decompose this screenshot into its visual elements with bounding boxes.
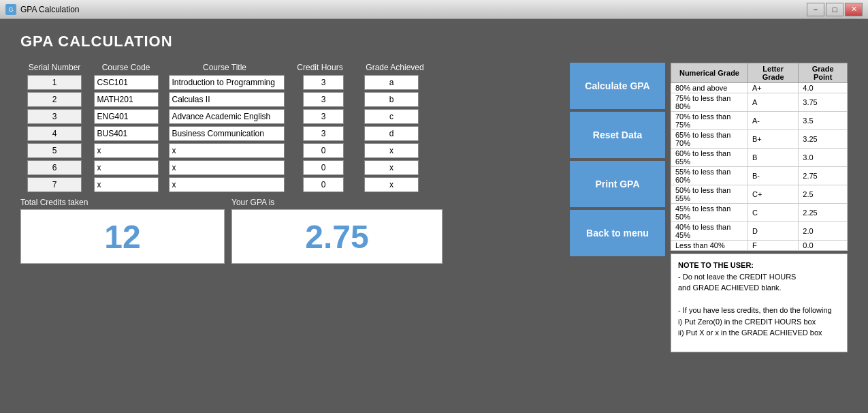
grade-cell-7-2: 2.25 (799, 204, 848, 222)
input-grade-2[interactable] (364, 92, 419, 107)
input-code-5[interactable] (94, 143, 159, 158)
page-title: GPA CALCULATION (20, 33, 848, 50)
cell-serial-6 (20, 160, 89, 175)
input-serial-3[interactable] (27, 109, 82, 124)
grade-table-row: 40% to less than 45%D2.0 (671, 222, 848, 241)
cell-grade-4 (357, 126, 425, 141)
input-credits-5[interactable] (303, 143, 344, 158)
print-gpa-button[interactable]: Print GPA (570, 161, 665, 207)
calculate-gpa-button[interactable]: Calculate GPA (570, 63, 665, 109)
note-line1b: and GRADE ACHIEVED blank. (678, 284, 782, 292)
input-credits-1[interactable] (303, 75, 344, 90)
cell-serial-1 (20, 75, 89, 90)
note-line2: - If you have less credits, then do the … (678, 306, 832, 314)
cell-serial-3 (20, 109, 89, 124)
cell-grade-1 (357, 75, 425, 90)
total-credits-label: Total Credits taken (20, 198, 225, 207)
cell-credits-5 (289, 143, 357, 158)
input-grade-4[interactable] (364, 126, 419, 141)
input-serial-6[interactable] (27, 160, 82, 175)
grade-table-row: 65% to less than 70%B+3.25 (671, 130, 848, 149)
input-title-3[interactable] (169, 109, 285, 124)
window-title: GPA Calculation (20, 5, 80, 14)
input-credits-4[interactable] (303, 126, 344, 141)
grade-cell-2-2: 3.5 (799, 112, 848, 130)
cell-credits-4 (289, 126, 357, 141)
action-buttons: Calculate GPA Reset Data Print GPA Back … (570, 63, 665, 256)
input-grade-3[interactable] (364, 109, 419, 124)
input-code-4[interactable] (94, 126, 159, 141)
grade-cell-4-0: 60% to less than 65% (671, 149, 748, 167)
cell-code-3 (89, 109, 163, 124)
table-row (20, 92, 556, 107)
input-grade-1[interactable] (364, 75, 419, 90)
input-code-7[interactable] (94, 177, 159, 192)
cell-serial-5 (20, 143, 89, 158)
cell-grade-2 (357, 92, 425, 107)
cell-title-2 (163, 92, 289, 107)
input-serial-2[interactable] (27, 92, 82, 107)
input-credits-6[interactable] (303, 160, 344, 175)
input-title-2[interactable] (169, 92, 285, 107)
table-headers: Serial Number Course Code Course Title C… (20, 63, 556, 72)
back-to-menu-button[interactable]: Back to menu (570, 210, 665, 256)
input-code-2[interactable] (94, 92, 159, 107)
note-line2b: ii) Put X or x in the GRADE ACHIEVED box (678, 328, 822, 337)
grade-table-row: 75% to less than 80%A3.75 (671, 93, 848, 112)
input-title-4[interactable] (169, 126, 285, 141)
input-code-1[interactable] (94, 75, 159, 90)
note-line2a: i) Put Zero(0) in the CREDIT HOURS box (678, 318, 816, 326)
title-bar: G GPA Calculation − □ ✕ (0, 0, 868, 19)
input-grade-5[interactable] (364, 143, 419, 158)
input-title-6[interactable] (169, 160, 285, 175)
cell-code-6 (89, 160, 163, 175)
maximize-button[interactable]: □ (826, 3, 843, 16)
input-grade-6[interactable] (364, 160, 419, 175)
input-serial-7[interactable] (27, 177, 82, 192)
reset-data-button[interactable]: Reset Data (570, 112, 665, 158)
grade-table-row: 80% and aboveA+4.0 (671, 83, 848, 93)
table-row (20, 160, 556, 175)
input-credits-3[interactable] (303, 109, 344, 124)
cell-title-3 (163, 109, 289, 124)
cell-credits-6 (289, 160, 357, 175)
grade-cell-6-0: 50% to less than 55% (671, 185, 748, 204)
grade-table-row: 45% to less than 50%C2.25 (671, 204, 848, 222)
total-credits-display: 12 (20, 209, 225, 264)
input-credits-7[interactable] (303, 177, 344, 192)
note-title: NOTE TO THE USER: (678, 261, 754, 269)
data-rows-container (20, 75, 556, 192)
table-row (20, 75, 556, 90)
note-box: NOTE TO THE USER: - Do not leave the CRE… (671, 254, 848, 352)
input-code-6[interactable] (94, 160, 159, 175)
input-serial-1[interactable] (27, 75, 82, 90)
grade-cell-9-0: Less than 40% (671, 241, 748, 251)
input-serial-5[interactable] (27, 143, 82, 158)
input-code-3[interactable] (94, 109, 159, 124)
grade-cell-1-2: 3.75 (799, 93, 848, 112)
grade-cell-1-0: 75% to less than 80% (671, 93, 748, 112)
total-credits-box: Total Credits taken 12 (20, 198, 225, 264)
grade-cell-5-2: 2.75 (799, 167, 848, 185)
grade-cell-7-0: 45% to less than 50% (671, 204, 748, 222)
input-credits-2[interactable] (303, 92, 344, 107)
layout-container: Serial Number Course Code Course Title C… (20, 63, 848, 352)
grade-reference-table: Numerical Grade Letter Grade Grade Point… (671, 63, 848, 251)
minimize-button[interactable]: − (807, 3, 824, 16)
input-title-7[interactable] (169, 177, 285, 192)
grade-cell-5-0: 55% to less than 60% (671, 167, 748, 185)
grade-table-header-points: Grade Point (799, 63, 848, 83)
grade-cell-7-1: C (748, 204, 798, 222)
close-button[interactable]: ✕ (845, 3, 863, 16)
grade-cell-9-2: 0.0 (799, 241, 848, 251)
cell-serial-7 (20, 177, 89, 192)
note-line1: - Do not leave the CREDIT HOURS (678, 273, 796, 281)
grade-table-row: 50% to less than 55%C+2.5 (671, 185, 848, 204)
header-serial: Serial Number (20, 63, 89, 72)
right-section: Calculate GPA Reset Data Print GPA Back … (570, 63, 848, 352)
cell-title-4 (163, 126, 289, 141)
input-title-1[interactable] (169, 75, 285, 90)
input-title-5[interactable] (169, 143, 285, 158)
input-grade-7[interactable] (364, 177, 419, 192)
input-serial-4[interactable] (27, 126, 82, 141)
